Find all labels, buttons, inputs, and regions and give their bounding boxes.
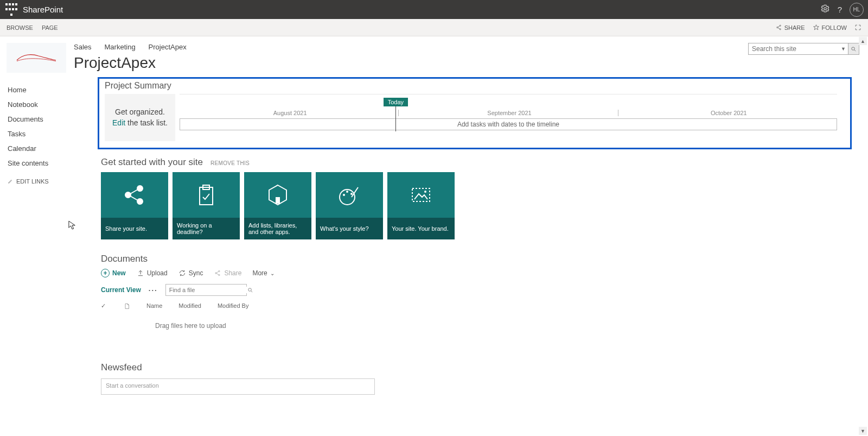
svg-point-17: [215, 273, 216, 274]
svg-point-19: [219, 275, 220, 276]
project-summary-title: Project Summary: [105, 81, 837, 91]
svg-point-3: [780, 29, 781, 30]
image-icon: [387, 172, 455, 218]
breadcrumb: Sales Marketing ProjectApex: [74, 43, 187, 51]
svg-point-14: [350, 193, 353, 195]
share-doc-button[interactable]: Share: [214, 269, 241, 277]
svg-point-6: [137, 186, 143, 191]
nav-calendar[interactable]: Calendar: [8, 144, 87, 153]
nav-notebook[interactable]: Notebook: [8, 100, 87, 109]
page-title: ProjectApex: [74, 54, 187, 72]
focus-mode-button[interactable]: [854, 24, 861, 31]
svg-point-5: [125, 192, 131, 198]
newsfeed-webpart: Newsfeed Start a conversation: [98, 362, 855, 395]
palette-icon: [316, 172, 383, 218]
search-button[interactable]: [848, 43, 859, 54]
edit-links-button[interactable]: EDIT LINKS: [8, 178, 87, 185]
share-icon: [101, 172, 168, 218]
documents-title: Documents: [101, 254, 855, 264]
svg-point-2: [780, 25, 781, 26]
chevron-down-icon: ⌄: [270, 270, 275, 276]
project-summary-webpart: Project Summary Get organized. Edit the …: [98, 77, 852, 149]
svg-point-16: [424, 191, 426, 193]
find-file-input[interactable]: [166, 287, 247, 293]
newsfeed-input[interactable]: Start a conversation: [101, 378, 375, 395]
site-logo[interactable]: [7, 43, 66, 73]
current-view-label[interactable]: Current View: [101, 286, 141, 294]
site-search[interactable]: ▼: [748, 43, 859, 55]
tile-add-apps[interactable]: Add lists, libraries, and other apps.: [244, 172, 311, 239]
remove-get-started-link[interactable]: REMOVE THIS: [210, 160, 250, 166]
ribbon-tab-browse[interactable]: BROWSE: [7, 24, 33, 31]
col-name[interactable]: Name: [146, 302, 162, 311]
left-navigation: Home Notebook Documents Tasks Calendar S…: [0, 75, 87, 406]
app-launcher-icon[interactable]: [4, 3, 18, 17]
clipboard-icon: [173, 172, 240, 218]
brand-label: SharePoint: [23, 5, 63, 14]
svg-point-12: [343, 194, 345, 196]
new-button[interactable]: + New: [101, 269, 126, 277]
documents-column-header: ✓ Name Modified Modified By: [101, 302, 855, 311]
suite-bar: SharePoint ? HL: [0, 0, 868, 19]
settings-icon[interactable]: [820, 4, 830, 15]
svg-point-7: [137, 199, 143, 204]
documents-webpart: Documents + New Upload Sync Share: [98, 254, 855, 330]
breadcrumb-item[interactable]: Sales: [74, 43, 92, 51]
breadcrumb-item[interactable]: ProjectApex: [149, 43, 187, 51]
help-icon[interactable]: ?: [838, 5, 842, 14]
svg-point-0: [824, 8, 826, 10]
plus-icon: +: [101, 269, 110, 277]
svg-point-18: [219, 271, 220, 272]
timeline[interactable]: Today August 2021 September 2021 October…: [180, 94, 837, 141]
breadcrumb-item[interactable]: Marketing: [105, 43, 136, 51]
col-modified-by[interactable]: Modified By: [218, 302, 248, 311]
get-started-title: Get started with your site: [101, 157, 203, 168]
svg-rect-10: [276, 197, 280, 204]
drag-files-hint: Drag files here to upload: [155, 322, 855, 330]
col-modified[interactable]: Modified: [178, 302, 201, 311]
hexagon-icon: [244, 172, 311, 218]
tile-style[interactable]: What's your style?: [316, 172, 383, 239]
nav-site-contents[interactable]: Site contents: [8, 159, 87, 167]
upload-button[interactable]: Upload: [137, 269, 168, 277]
today-marker: Today: [384, 98, 408, 131]
svg-point-20: [248, 288, 251, 292]
ribbon-tab-page[interactable]: PAGE: [42, 24, 58, 31]
edit-task-list-link[interactable]: Edit: [112, 118, 125, 127]
view-options-menu[interactable]: ···: [149, 286, 158, 294]
timeline-month: August 2021: [180, 110, 398, 116]
find-file-search-icon[interactable]: [247, 285, 253, 295]
main-content: Project Summary Get organized. Edit the …: [87, 75, 868, 406]
get-started-section: Get started with your site REMOVE THIS S…: [98, 157, 855, 239]
search-scope-dropdown-icon[interactable]: ▼: [839, 46, 848, 52]
search-input[interactable]: [749, 45, 839, 53]
get-organized-panel: Get organized. Edit the task list.: [105, 94, 175, 141]
more-button[interactable]: More ⌄: [252, 269, 274, 277]
timeline-hint: Add tasks with dates to the timeline: [180, 118, 837, 130]
sync-button[interactable]: Sync: [178, 269, 203, 277]
find-file-box[interactable]: [165, 284, 247, 296]
scroll-up-button[interactable]: ▲: [859, 37, 867, 45]
svg-point-4: [852, 47, 855, 50]
nav-documents[interactable]: Documents: [8, 115, 87, 123]
ribbon: BROWSE PAGE SHARE FOLLOW: [0, 19, 868, 36]
svg-point-1: [776, 27, 777, 28]
follow-button[interactable]: FOLLOW: [813, 24, 847, 31]
tile-share-site[interactable]: Share your site.: [101, 172, 168, 239]
newsfeed-title: Newsfeed: [101, 362, 855, 373]
nav-tasks[interactable]: Tasks: [8, 130, 87, 138]
user-avatar[interactable]: HL: [850, 3, 864, 17]
tile-brand[interactable]: Your site. Your brand.: [387, 172, 455, 239]
page-header: Sales Marketing ProjectApex ProjectApex …: [0, 36, 868, 75]
svg-point-13: [346, 191, 348, 193]
tile-deadline[interactable]: Working on a deadline?: [173, 172, 240, 239]
file-type-icon[interactable]: [124, 302, 130, 311]
timeline-month: October 2021: [618, 110, 837, 116]
nav-home[interactable]: Home: [8, 86, 87, 94]
share-button[interactable]: SHARE: [775, 24, 805, 31]
select-all-checkbox[interactable]: ✓: [101, 302, 107, 311]
timeline-month: September 2021: [398, 110, 617, 116]
